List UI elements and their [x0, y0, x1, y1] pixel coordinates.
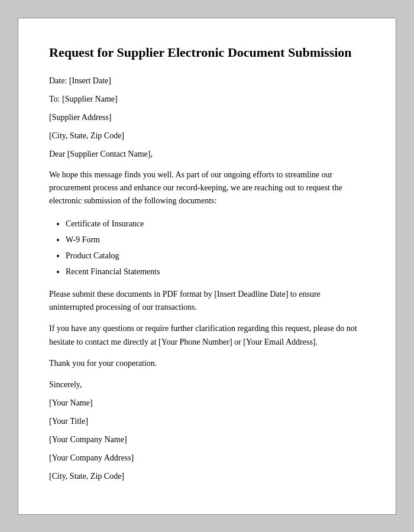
list-item-4: Recent Financial Statements: [66, 264, 365, 279]
document-container: Request for Supplier Electronic Document…: [18, 18, 396, 515]
to-field: To: [Supplier Name]: [49, 93, 365, 105]
paragraph-2: Please submit these documents in PDF for…: [49, 288, 365, 314]
address-field: [Supplier Address]: [49, 111, 365, 124]
list-item-2: W-9 Form: [66, 232, 365, 247]
date-field: Date: [Insert Date]: [49, 74, 365, 87]
your-company-line: [Your Company Name]: [49, 433, 365, 446]
thank-you-line: Thank you for your cooperation.: [49, 357, 365, 370]
your-city-state-zip-line: [City, State, Zip Code]: [49, 470, 365, 482]
sincerely-line: Sincerely,: [49, 378, 365, 391]
paragraph-3: If you have any questions or require fur…: [49, 322, 365, 349]
documents-list: Certificate of Insurance W-9 Form Produc…: [66, 216, 365, 280]
paragraph-1: We hope this message finds you well. As …: [49, 168, 365, 208]
greeting-line: Dear [Supplier Contact Name],: [49, 148, 365, 160]
your-title-line: [Your Title]: [49, 415, 365, 427]
your-name-line: [Your Name]: [49, 397, 365, 409]
document-title: Request for Supplier Electronic Document…: [49, 44, 365, 61]
list-item-1: Certificate of Insurance: [66, 216, 365, 231]
signature-block: Sincerely, [Your Name] [Your Title] [You…: [49, 378, 365, 482]
city-state-zip-field: [City, State, Zip Code]: [49, 129, 365, 142]
your-company-address-line: [Your Company Address]: [49, 452, 365, 464]
list-item-3: Product Catalog: [66, 248, 365, 263]
